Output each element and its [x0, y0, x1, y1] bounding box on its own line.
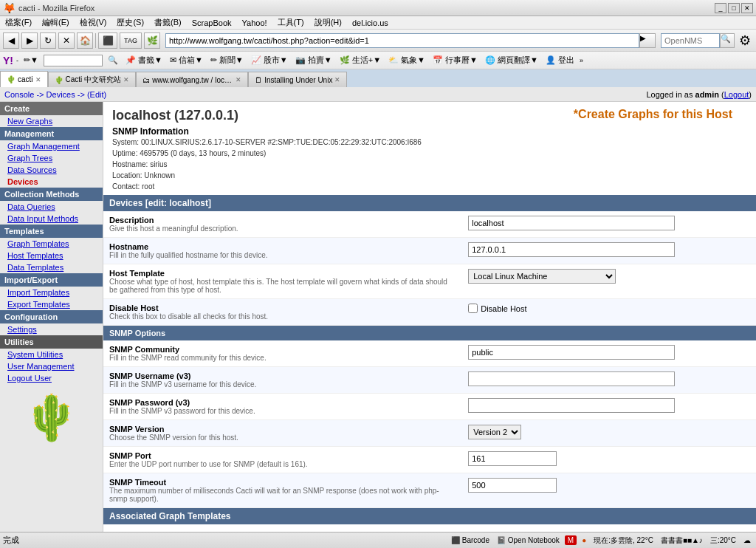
sidebar-item-graph-management[interactable]: Graph Management [0, 140, 103, 152]
snmp-contact: Contact: root [112, 181, 422, 192]
menu-file[interactable]: 檔案(F) [3, 16, 34, 29]
snmp-username-input[interactable] [468, 371, 675, 386]
sidebar-header-templates[interactable]: Templates [0, 225, 103, 238]
yahoo-life[interactable]: 🌿 生活+▼ [337, 54, 383, 66]
gear-icon: ⚙ [737, 32, 753, 49]
home-button[interactable]: 🏠 [77, 32, 93, 49]
bookmark-page-button[interactable]: ⬛ [98, 32, 117, 49]
tab-cacti-zh-label: Cacti 中文研究站 [66, 75, 122, 85]
sidebar-item-data-queries[interactable]: Data Queries [0, 201, 103, 213]
sidebar-item-data-input-methods[interactable]: Data Input Methods [0, 213, 103, 225]
tab-wolfgang-close[interactable]: ✕ [236, 76, 241, 83]
sidebar-item-user-management[interactable]: User Management [0, 360, 103, 372]
snmp-port-input[interactable] [468, 451, 557, 466]
tab-cacti-zh-close[interactable]: ✕ [123, 76, 129, 83]
yahoo-search-button[interactable]: 🔍 [106, 55, 120, 66]
sidebar-item-graph-trees[interactable]: Graph Trees [0, 152, 103, 164]
maximize-button[interactable]: □ [728, 3, 740, 13]
minimize-button[interactable]: _ [715, 3, 726, 13]
snmp-version-select[interactable]: Version 1 Version 2 Version 3 [468, 425, 521, 439]
sidebar-header-utilities[interactable]: Utilities [0, 335, 103, 349]
back-button[interactable]: ◀ [3, 32, 19, 49]
yahoo-mail[interactable]: ✉ 信箱▼ [168, 54, 205, 66]
statusbar-open-notebook[interactable]: 📓 Open Notebook [495, 536, 562, 544]
host-template-select[interactable]: Local Linux Machine Local Unix Machine N… [468, 269, 616, 284]
menu-delicious[interactable]: del.icio.us [350, 18, 391, 28]
main-layout: Create New Graphs Management Graph Manag… [0, 102, 756, 548]
snmp-password-label-cell: SNMP Password (v3) Fill in the SNMP v3 p… [103, 394, 462, 420]
yahoo-stocks[interactable]: 📈 股市▼ [249, 54, 290, 66]
sidebar-item-new-graphs[interactable]: New Graphs [0, 115, 103, 127]
sidebar-item-host-templates[interactable]: Host Templates [0, 250, 103, 261]
tab-unix-close[interactable]: ✕ [334, 76, 340, 83]
yahoo-search-input[interactable] [44, 55, 103, 66]
snmp-version-label: SNMP Version [109, 425, 456, 434]
address-input[interactable] [165, 33, 639, 48]
yahoo-auction[interactable]: 📷 拍賣▼ [293, 54, 334, 66]
yahoo-weather[interactable]: ⛅ 氣象▼ [386, 54, 427, 66]
stop-button[interactable]: ✕ [58, 32, 75, 49]
sidebar-item-logout-user[interactable]: Logout User [0, 372, 103, 384]
snmp-community-input[interactable] [468, 345, 675, 360]
sidebar-header-configuration[interactable]: Configuration [0, 310, 103, 323]
search-button[interactable]: 🔍 [720, 33, 735, 48]
snmp-form-table: SNMP Community Fill in the SNMP read com… [103, 340, 756, 508]
forward-button[interactable]: ▶ [21, 32, 38, 49]
sidebar-item-data-sources[interactable]: Data Sources [0, 164, 103, 176]
search-input[interactable] [661, 33, 720, 48]
menu-edit[interactable]: 編輯(E) [40, 16, 72, 29]
menu-history[interactable]: 歷史(S) [114, 16, 146, 29]
menu-scrapbook[interactable]: ScrapBook [190, 18, 234, 28]
yahoo-translate[interactable]: 🌐 網頁翻譯▼ [483, 54, 540, 66]
leaf-button[interactable]: 🌿 [144, 32, 160, 49]
sidebar-item-settings[interactable]: Settings [0, 323, 103, 335]
yahoo-news[interactable]: ✏ 新聞▼ [208, 54, 246, 66]
yahoo-pencil[interactable]: ✏▼ [21, 55, 41, 66]
breadcrumb-devices[interactable]: Devices [47, 90, 75, 99]
sidebar-item-data-templates[interactable]: Data Templates [0, 261, 103, 273]
yahoo-calendar[interactable]: 📅 行事曆▼ [430, 54, 480, 66]
tab-cacti-close[interactable]: ✕ [35, 76, 41, 83]
statusbar-barcode[interactable]: ⬛ Barcode [449, 536, 492, 544]
sidebar-header-import-export[interactable]: Import/Export [0, 273, 103, 287]
snmp-password-input[interactable] [468, 398, 675, 413]
menu-help[interactable]: 說明(H) [312, 16, 344, 29]
sidebar-header-create[interactable]: Create [0, 102, 103, 115]
yahoo-logout[interactable]: 👤 登出 [543, 54, 577, 66]
snmp-timeout-label: SNMP Timeout [109, 478, 456, 487]
sidebar-item-system-utilities[interactable]: System Utilities [0, 349, 103, 360]
hostname-label-cell: Hostname Fill in the fully qualified hos… [103, 238, 462, 264]
sidebar-item-graph-templates[interactable]: Graph Templates [0, 238, 103, 250]
logout-link[interactable]: Logout [724, 90, 749, 99]
breadcrumb-console[interactable]: Console [4, 90, 34, 99]
reload-button[interactable]: ↻ [40, 32, 56, 49]
disable-host-checkbox[interactable] [468, 304, 478, 313]
snmp-timeout-input[interactable] [468, 478, 557, 493]
menu-view[interactable]: 檢視(V) [78, 16, 109, 29]
create-graphs-link[interactable]: *Create Graphs for this Host [574, 108, 747, 121]
menu-tools[interactable]: 工具(T) [275, 16, 306, 29]
tab-cacti[interactable]: 🌵 cacti ✕ [0, 71, 48, 87]
browser-titlebar: 🦊 cacti - Mozilla Firefox _ □ ✕ [0, 0, 756, 16]
tag-button[interactable]: TAG [120, 32, 142, 49]
hostname-input[interactable] [468, 242, 675, 257]
tab-cacti-zh[interactable]: 🌵 Cacti 中文研究站 ✕ [48, 72, 137, 87]
menu-bookmarks[interactable]: 書籤(B) [152, 16, 184, 29]
sidebar-item-import-templates[interactable]: Import Templates [0, 287, 103, 298]
statusbar: 完成 ⬛ Barcode 📓 Open Notebook M ● 現在:多雲陰,… [0, 532, 756, 548]
tab-wolfgang[interactable]: 🗂 www.wolfgang.tw / localhost / cacti l … [136, 72, 248, 87]
sidebar-header-management[interactable]: Management [0, 127, 103, 140]
yahoo-overflow[interactable]: » [580, 57, 583, 64]
menu-yahoo[interactable]: Yahoo! [240, 18, 269, 28]
description-input[interactable] [468, 216, 675, 230]
go-button[interactable]: ▶ [639, 33, 656, 48]
sidebar-item-export-templates[interactable]: Export Templates [0, 298, 103, 310]
yahoo-bookmarks[interactable]: 📌 書籤▼ [123, 54, 165, 66]
tab-unix[interactable]: 🗒 Installing Under Unix ✕ [248, 72, 347, 87]
close-button[interactable]: ✕ [741, 3, 753, 13]
tab-cacti-icon: 🌵 [7, 75, 16, 83]
sidebar-header-collection[interactable]: Collection Methods [0, 188, 103, 201]
status-text: 完成 [3, 535, 443, 546]
hostname-input-cell [462, 238, 756, 264]
sidebar-item-devices[interactable]: Devices [0, 176, 103, 188]
